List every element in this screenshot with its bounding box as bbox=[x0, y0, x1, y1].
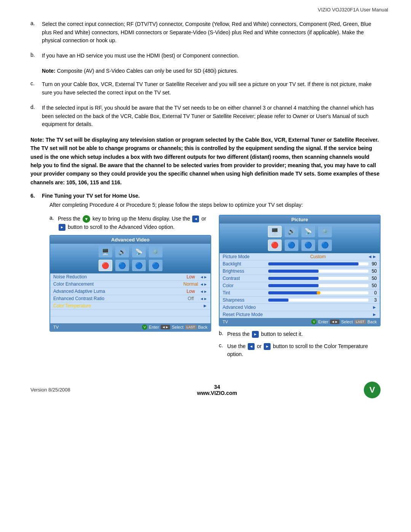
back-last-icon: LAST bbox=[185, 325, 197, 329]
brightness-val: 50 bbox=[368, 268, 377, 274]
backlight-bar-area bbox=[268, 262, 368, 265]
step-c-btn2-icon: ► bbox=[264, 343, 271, 350]
step-a-content: Press the ▼ key to bring up the Menu dis… bbox=[58, 215, 211, 231]
right-panel-footer: TV V Enter ◄► Select LAST Back bbox=[220, 318, 380, 326]
row1-value: Normal bbox=[183, 281, 198, 287]
sharpness-label: Sharpness bbox=[223, 297, 268, 303]
manual-title: VIZIO VOJ320F1A User Manual bbox=[318, 7, 388, 13]
step-c-label: c. bbox=[219, 342, 227, 359]
page-header: VIZIO VOJ320F1A User Manual bbox=[0, 0, 411, 13]
row2-arrow: ◄► bbox=[200, 289, 207, 294]
sharpness-bar-fill bbox=[268, 299, 288, 302]
row1-label: Color Enhancement bbox=[53, 281, 183, 287]
menu-row-0: Noise Reduction Low ◄► bbox=[50, 273, 210, 281]
menu-key-icon: ▼ bbox=[83, 215, 90, 223]
list-text-c: Turn on your Cable Box, VCR, External TV… bbox=[42, 80, 381, 97]
contrast-label: Contrast bbox=[223, 276, 268, 281]
list-text-a: Select the correct input connection; RF … bbox=[42, 20, 381, 45]
pic-icon-6: 🔵 bbox=[285, 240, 298, 251]
footer-back-label: Back bbox=[198, 325, 207, 329]
tint-bar-fill bbox=[268, 291, 319, 294]
contrast-val: 50 bbox=[368, 276, 377, 281]
section6-intro: After completing Procedure 4 or Procedur… bbox=[49, 201, 381, 209]
contrast-bar-fill bbox=[268, 277, 319, 280]
menu-icon-7: 🔵 bbox=[132, 260, 146, 271]
select-sq-icon-r: ◄► bbox=[330, 320, 340, 324]
pic-row-backlight: Backlight 90 bbox=[220, 260, 380, 268]
row0-value: Low bbox=[183, 274, 198, 280]
row4-label: Color Temperature bbox=[53, 303, 186, 308]
two-column-layout: a. Press the ▼ key to bring up the Menu … bbox=[49, 215, 381, 363]
advanced-video-panel: Advanced Video 🖥️ 🔊 📡 ⚙️ 🔴 🔵 🔵 🔵 bbox=[49, 235, 211, 332]
picture-rows: Picture Mode Custom ◄► Backlight 90 bbox=[220, 253, 380, 318]
brightness-bar-bg bbox=[268, 270, 368, 273]
left-panel-footer: TV V Enter ◄► Select LAST Back bbox=[50, 323, 210, 331]
list-label-c: c. bbox=[30, 80, 42, 97]
picture-panel: Picture 🖥️ 🔊 📡 ⚙️ 🔴 🔵 🔵 🔵 bbox=[219, 215, 381, 326]
list-text-b: If you have an HD service you must use t… bbox=[42, 52, 381, 60]
menu-row-4: Color Temperature ► bbox=[50, 302, 210, 310]
step-b-btn-icon: ► bbox=[252, 331, 259, 338]
step-c: c. Use the ◄ or ► button to scroll to th… bbox=[219, 342, 381, 359]
list-item-d: d. If the selected input is RF, you shou… bbox=[30, 104, 381, 129]
contrast-bar-area bbox=[268, 277, 368, 280]
tint-val: 0 bbox=[368, 290, 377, 296]
color-bar-area bbox=[268, 284, 368, 287]
menu-icon-8: 🔵 bbox=[149, 260, 162, 271]
note1: Note: Composite (AV) and S-Video Cables … bbox=[42, 67, 381, 75]
pic-row-color: Color 50 bbox=[220, 282, 380, 289]
row0-label: Noise Reduction bbox=[53, 274, 183, 280]
brightness-bar-fill bbox=[268, 270, 319, 273]
note1-text: Composite (AV) and S-Video Cables can on… bbox=[56, 68, 238, 74]
footer-tv-right: TV bbox=[223, 320, 228, 324]
advanced-video-title: Advanced Video bbox=[50, 236, 210, 244]
footer-select-label: Select bbox=[172, 325, 183, 329]
backlight-bar-fill bbox=[268, 262, 358, 265]
footer-tv-left: TV bbox=[53, 325, 59, 329]
menu-row-1: Color Enhancement Normal ◄► bbox=[50, 281, 210, 288]
step-b-label: b. bbox=[219, 330, 227, 339]
row1-arrow: ◄► bbox=[200, 282, 207, 286]
note1-prefix: Note: bbox=[42, 68, 56, 74]
pic-row-advanced-video: Advanced Video ► bbox=[220, 304, 380, 311]
adv-video-arrow: ► bbox=[372, 305, 377, 310]
section6-number: 6. bbox=[30, 193, 42, 199]
color-bar-bg bbox=[268, 284, 368, 287]
bold-note: Note: The TV set will be displaying any … bbox=[30, 136, 381, 187]
enter-circle-icon-r: V bbox=[311, 319, 317, 324]
row0-arrow: ◄► bbox=[200, 275, 207, 279]
row4-arrow: ► bbox=[203, 303, 207, 308]
color-bar-fill bbox=[268, 284, 319, 287]
pic-icon-3: 📡 bbox=[301, 226, 315, 237]
contrast-bar-bg bbox=[268, 277, 368, 280]
bold-note-text: Note: The TV set will be displaying any … bbox=[30, 137, 379, 185]
color-label: Color bbox=[223, 283, 268, 288]
menu-icon-5: 🔴 bbox=[99, 260, 112, 271]
mode-label: Picture Mode bbox=[223, 254, 268, 259]
footer-website: www.VIZIO.com bbox=[197, 390, 237, 396]
pic-icon-4: ⚙️ bbox=[318, 226, 332, 237]
footer-controls-right: V Enter ◄► Select LAST Back bbox=[311, 319, 377, 324]
backlight-label: Backlight bbox=[223, 261, 268, 267]
pic-icons-row2: 🔴 🔵 🔵 🔵 bbox=[220, 239, 380, 253]
row3-label: Enhanced Contrast Ratio bbox=[53, 296, 183, 301]
brightness-bar-area bbox=[268, 270, 368, 273]
list-label-d: d. bbox=[30, 104, 42, 129]
left-column: a. Press the ▼ key to bring up the Menu … bbox=[49, 215, 211, 363]
menu-row-2: Advanced Adaptive Luma Low ◄► bbox=[50, 288, 210, 295]
back-last-icon-r: LAST bbox=[354, 320, 366, 324]
tint-label: Tint bbox=[223, 290, 268, 296]
step-c-btn1-icon: ◄ bbox=[248, 343, 255, 350]
pic-icon-2: 🔊 bbox=[285, 226, 298, 237]
sharpness-bar-area bbox=[268, 299, 368, 302]
brightness-label: Brightness bbox=[223, 268, 268, 274]
pic-row-reset: Reset Picture Mode ► bbox=[220, 311, 380, 318]
page-footer: Version 8/25/2008 34 www.VIZIO.com V bbox=[0, 378, 411, 402]
tint-bar-area bbox=[268, 291, 368, 294]
footer-version: Version 8/25/2008 bbox=[30, 387, 70, 393]
left-btn-icon: ◄ bbox=[192, 216, 199, 222]
pic-icon-7: 🔵 bbox=[301, 240, 315, 251]
step-b: b. Press the ► button to select it. bbox=[219, 330, 381, 339]
row3-value: Off bbox=[183, 296, 198, 301]
menu-icons-row2: 🔴 🔵 🔵 🔵 bbox=[50, 259, 210, 273]
